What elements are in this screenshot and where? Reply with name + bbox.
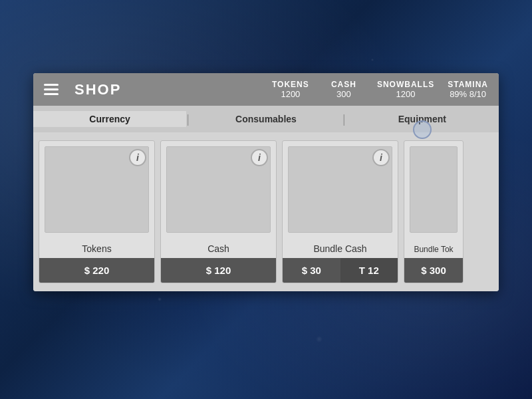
price-button-cash[interactable]: $ 120: [161, 258, 276, 283]
shop-tabs: Currency | Consumables | Equipment: [33, 106, 499, 132]
shop-header: SHOP TOKENS 1200 CASH 300 SNOWBALLS 1200…: [33, 73, 499, 106]
stat-cash: CASH 300: [324, 80, 364, 99]
stat-stamina-label: STAMINA: [448, 80, 488, 89]
item-image-bundle-tokens: [410, 146, 458, 233]
tab-equipment[interactable]: Equipment: [346, 111, 499, 127]
item-price-area-bundle-cash: $ 30 T 12: [283, 258, 398, 283]
price-button-bundle-tokens[interactable]: $ 300: [404, 258, 463, 283]
item-card-cash-inner: i: [161, 141, 276, 238]
item-name-bundle-cash: Bundle Cash: [283, 238, 398, 258]
item-card-bundle-cash-inner: i: [283, 141, 398, 238]
item-name-bundle-tokens: Bundle Tok: [404, 239, 463, 258]
stat-snowballs-value: 1200: [396, 89, 416, 99]
stat-cash-value: 300: [336, 89, 351, 99]
shop-panel: SHOP TOKENS 1200 CASH 300 SNOWBALLS 1200…: [33, 73, 499, 291]
tab-cursor: [413, 120, 432, 139]
item-card-tokens-inner: i: [39, 141, 154, 238]
stat-snowballs-label: SNOWBALLS: [377, 80, 434, 89]
stat-tokens: TOKENS 1200: [271, 80, 311, 99]
item-price-area-bundle-tokens: $ 300: [404, 258, 463, 283]
item-card-cash: i Cash $ 120: [160, 140, 277, 283]
shop-title: SHOP: [74, 81, 121, 98]
item-name-tokens: Tokens: [39, 238, 154, 258]
stat-stamina: STAMINA 89% 8/10: [448, 80, 488, 99]
item-card-tokens: i Tokens $ 220: [39, 140, 155, 283]
stat-tokens-label: TOKENS: [272, 80, 309, 89]
price-button-tokens-cash[interactable]: $ 220: [39, 258, 154, 283]
item-price-area-tokens: $ 220: [39, 258, 154, 283]
stat-snowballs: SNOWBALLS 1200: [377, 80, 434, 99]
info-button-cash[interactable]: i: [251, 149, 268, 166]
item-name-cash: Cash: [161, 238, 276, 258]
item-price-area-cash: $ 120: [161, 258, 276, 283]
info-button-tokens[interactable]: i: [129, 149, 146, 166]
price-button-bundle-cash-dollar[interactable]: $ 30: [283, 258, 340, 283]
stat-cash-label: CASH: [331, 80, 356, 89]
tab-consumables[interactable]: Consumables: [190, 111, 342, 127]
info-button-bundle-cash[interactable]: i: [372, 149, 390, 166]
price-button-bundle-cash-token[interactable]: T 12: [340, 258, 398, 283]
shop-items-grid: i Tokens $ 220 i Cash $ 120: [33, 132, 499, 291]
menu-icon[interactable]: [44, 84, 59, 95]
stat-stamina-value: 89% 8/10: [450, 89, 486, 99]
item-card-bundle-tokens-inner: [404, 141, 463, 239]
stat-tokens-value: 1200: [281, 89, 300, 99]
item-card-bundle-cash: i Bundle Cash $ 30 T 12: [282, 140, 398, 283]
tab-currency[interactable]: Currency: [33, 111, 186, 127]
item-card-bundle-tokens: Bundle Tok $ 300: [404, 140, 464, 283]
